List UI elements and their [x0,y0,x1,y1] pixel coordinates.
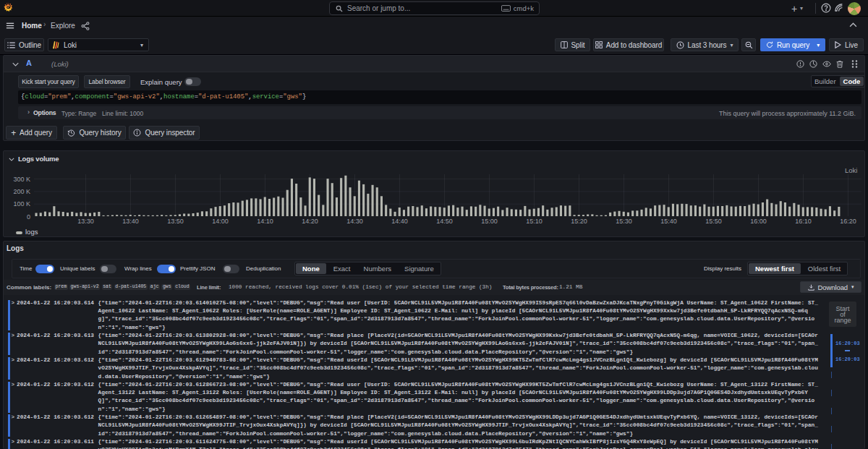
svg-text:13:50: 13:50 [167,218,184,225]
svg-text:16:20: 16:20 [840,218,856,225]
svg-text:300 K: 300 K [13,176,30,183]
svg-text:0: 0 [27,213,30,221]
svg-text:14:20: 14:20 [302,218,318,225]
svg-text:13:40: 13:40 [122,218,139,225]
svg-text:15:20: 15:20 [571,218,587,225]
svg-text:14:30: 14:30 [346,218,363,225]
svg-text:200 K: 200 K [13,188,30,195]
svg-text:16:00: 16:00 [750,218,767,225]
svg-text:14:50: 14:50 [436,218,453,225]
svg-text:15:00: 15:00 [481,218,498,225]
svg-text:15:10: 15:10 [526,218,542,225]
svg-text:15:30: 15:30 [616,218,632,225]
svg-text:100 K: 100 K [13,200,30,208]
svg-text:13:30: 13:30 [77,218,94,225]
svg-text:14:00: 14:00 [212,218,229,225]
svg-text:14:40: 14:40 [391,218,408,225]
svg-text:15:50: 15:50 [705,218,722,225]
svg-text:16:10: 16:10 [795,218,812,225]
svg-text:15:40: 15:40 [660,218,677,225]
svg-text:14:10: 14:10 [257,218,273,225]
